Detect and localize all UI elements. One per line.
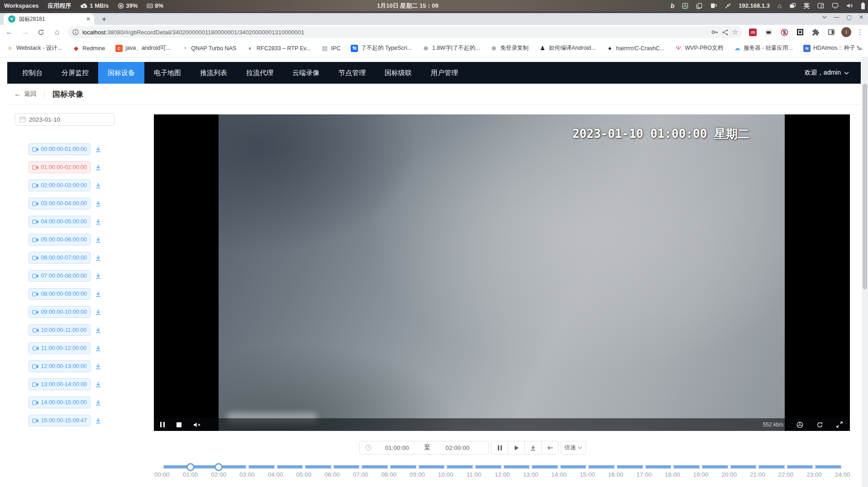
timeline-handle[interactable] xyxy=(215,463,223,471)
home-icon[interactable]: ⌂ xyxy=(777,2,782,9)
tray-notes-icon[interactable] xyxy=(682,3,688,9)
scrollbar-thumb[interactable] xyxy=(863,84,867,289)
site-info-icon[interactable] xyxy=(72,29,79,35)
bookmark-item[interactable]: ≡ Webstack - 设计... xyxy=(6,44,62,52)
segment-play-button[interactable]: 05:00:00-06:00:00 xyxy=(29,234,91,246)
bookmark-item[interactable]: ⊕ 免登录复制 xyxy=(490,44,529,52)
address-bar[interactable]: localhost:38080/#/gbRecordDetail/3402000… xyxy=(68,26,743,38)
segment-play-button[interactable]: 08:00:00-09:00:00 xyxy=(29,288,91,300)
extensions-puzzle-icon[interactable] xyxy=(812,28,820,36)
player-refresh-icon[interactable] xyxy=(816,421,823,428)
bookmark-item[interactable]: ☁ 服务器 - 轻量应用... xyxy=(734,44,793,52)
workspaces-button[interactable]: Workspaces xyxy=(4,2,38,9)
pause-button[interactable] xyxy=(491,441,508,454)
bookmark-item[interactable]: 知 了不起的 TypeScri... xyxy=(351,44,412,52)
tab-search-chevron-icon[interactable] xyxy=(822,16,827,19)
bookmark-item[interactable]: ● hairrrrr/C-CrashC... xyxy=(606,45,664,52)
memory-indicator[interactable]: 8% xyxy=(147,2,163,9)
video-player[interactable]: 2023-01-10 01:00:00 星期二 552 kb/s xyxy=(154,114,850,431)
back-link[interactable]: ← 返回 xyxy=(14,90,37,98)
password-key-icon[interactable] xyxy=(711,28,718,36)
segment-download-button[interactable] xyxy=(95,146,101,152)
extension-qr-icon[interactable] xyxy=(796,28,804,36)
segment-download-button[interactable] xyxy=(95,399,101,406)
nav-tab[interactable]: 国标级联 xyxy=(375,62,421,84)
forward-button[interactable]: → xyxy=(19,28,32,37)
bookmark-item[interactable]: C java、android可... xyxy=(115,44,171,52)
page-scrollbar[interactable] xyxy=(862,57,868,487)
bookmark-item[interactable]: ♟ 如何编译Android... xyxy=(539,44,596,52)
phone-link-icon[interactable] xyxy=(817,3,824,9)
volume-icon[interactable] xyxy=(846,3,853,9)
segment-play-button[interactable]: 06:00:00-07:00:00 xyxy=(29,252,91,264)
segment-download-button[interactable] xyxy=(95,182,101,189)
segment-play-button[interactable]: 01:00:00-02:00:00 xyxy=(29,161,91,173)
applications-menu[interactable]: 应用程序 xyxy=(48,2,71,10)
bookmarks-overflow-icon[interactable]: » xyxy=(858,44,862,53)
clipboard-icon[interactable] xyxy=(696,3,702,9)
nav-tab[interactable]: 节点管理 xyxy=(329,62,375,84)
network-speed-indicator[interactable]: 1 MB/s xyxy=(80,2,109,9)
bookmark-item[interactable]: N HDAtmos :: 种子 *... xyxy=(803,44,863,52)
extension-incognito-mask-icon[interactable] xyxy=(765,28,773,36)
segment-play-button[interactable]: 14:00:00-15:00:00 xyxy=(29,397,91,408)
segment-download-button[interactable] xyxy=(95,236,101,243)
segment-download-button[interactable] xyxy=(95,345,101,351)
nav-tab[interactable]: 国标设备 xyxy=(98,62,144,84)
nav-tab[interactable]: 推流列表 xyxy=(191,62,237,84)
segment-download-button[interactable] xyxy=(95,327,101,333)
player-mute-icon[interactable] xyxy=(193,422,201,428)
new-tab-button[interactable]: + xyxy=(99,14,110,25)
display-icon[interactable] xyxy=(832,3,839,9)
segment-download-button[interactable] xyxy=(95,363,101,369)
play-button[interactable] xyxy=(508,441,525,454)
player-stop-icon[interactable] xyxy=(176,422,181,427)
extension-js-icon[interactable]: JS xyxy=(749,28,757,36)
segment-play-button[interactable]: 15:00:00-15:09:47 xyxy=(29,415,91,426)
cpu-indicator[interactable]: 39% xyxy=(118,2,138,9)
nav-tab[interactable]: 控制台 xyxy=(13,62,52,84)
time-range-picker[interactable]: 01:00:00 至 02:00:00 xyxy=(359,441,489,454)
nav-tab[interactable]: 分屏监控 xyxy=(52,62,98,84)
segment-download-button[interactable] xyxy=(95,417,101,424)
segment-download-button[interactable] xyxy=(95,200,101,207)
snapshot-shutter-icon[interactable] xyxy=(796,421,803,428)
segment-play-button[interactable]: 04:00:00-05:00:00 xyxy=(29,216,91,227)
nav-tab[interactable]: 电子地图 xyxy=(144,62,191,84)
segment-download-button[interactable] xyxy=(95,381,101,388)
reload-button[interactable] xyxy=(35,29,48,36)
segment-play-button[interactable]: 09:00:00-10:00:00 xyxy=(29,306,91,318)
color-picker-icon[interactable] xyxy=(725,3,731,9)
segment-download-button[interactable] xyxy=(95,309,101,315)
window-maximize-icon[interactable]: ▢ xyxy=(847,14,852,20)
share-icon[interactable] xyxy=(722,29,729,36)
segment-play-button[interactable]: 12:00:00-13:00:00 xyxy=(29,360,91,372)
browser-tab[interactable]: 国标28181 ✕ xyxy=(4,13,94,25)
profile-avatar[interactable]: I xyxy=(841,27,851,37)
nav-tab[interactable]: 用户管理 xyxy=(421,62,467,84)
clock[interactable]: 1月10日 星期二 15：09 xyxy=(377,0,439,11)
segment-download-button[interactable] xyxy=(95,255,101,261)
segment-download-button[interactable] xyxy=(95,164,101,170)
home-button[interactable]: ⌂ xyxy=(51,28,63,36)
input-method-indicator[interactable]: 英 xyxy=(804,2,810,10)
fullscreen-icon[interactable] xyxy=(836,421,843,428)
battery-icon[interactable] xyxy=(861,2,865,9)
bookmark-item[interactable]: ◆ Redmine xyxy=(72,45,105,52)
tray-app-icon[interactable]: b xyxy=(671,2,675,9)
seek-back-button[interactable] xyxy=(541,441,558,454)
window-close-icon[interactable]: ✕ xyxy=(859,14,863,20)
windows-layers-icon[interactable] xyxy=(789,3,796,9)
nav-tab[interactable]: 拉流代理 xyxy=(237,62,283,84)
end-time-input[interactable]: 02:00:00 xyxy=(432,444,483,451)
bookmark-item[interactable]: ◐ RFC2833 – RTP Ev... xyxy=(247,45,311,52)
player-pause-icon[interactable] xyxy=(160,422,165,427)
user-menu[interactable]: 欢迎，admin xyxy=(805,62,849,84)
segment-play-button[interactable]: 00:00:00-01:00:00 xyxy=(29,143,91,155)
segment-play-button[interactable]: 11:00:00-12:00:00 xyxy=(29,342,91,354)
segment-download-button[interactable] xyxy=(95,291,101,297)
bookmark-item[interactable]: ▤ IPC xyxy=(321,45,341,52)
segment-download-button[interactable] xyxy=(95,273,101,279)
segment-download-button[interactable] xyxy=(95,218,101,225)
extension-sidepanel-icon[interactable] xyxy=(828,28,835,36)
